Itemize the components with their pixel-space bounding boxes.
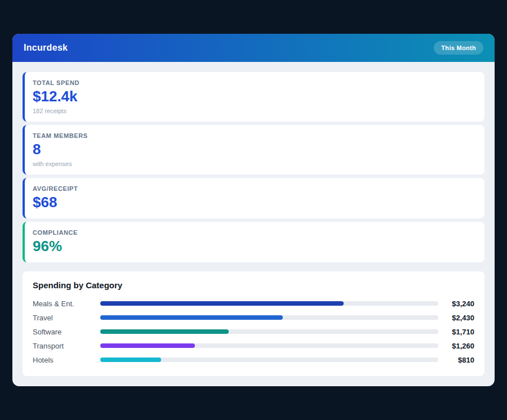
- bar-track: [100, 343, 438, 348]
- app-header: Incurdesk This Month: [12, 34, 495, 62]
- stat-value: 8: [33, 141, 477, 158]
- stat-card-compliance: COMPLIANCE 96%: [23, 222, 484, 262]
- amount-label: $2,430: [438, 314, 474, 322]
- amount-label: $1,260: [438, 342, 474, 350]
- category-label: Software: [33, 328, 100, 336]
- bar-track: [100, 315, 438, 320]
- amount-label: $3,240: [438, 300, 474, 308]
- bar-fill: [100, 358, 161, 362]
- bar-track: [100, 329, 438, 334]
- category-row-software: Software $1,710: [33, 325, 474, 339]
- stat-value: $68: [33, 194, 477, 211]
- bar-fill: [100, 343, 195, 348]
- bar-fill: [100, 329, 229, 334]
- amount-label: $1,710: [438, 328, 474, 336]
- category-row-hotels: Hotels $810: [33, 353, 474, 367]
- stat-value: 96%: [33, 238, 477, 255]
- page-background: { "app": { "title": "Incurdesk", "period…: [0, 0, 507, 420]
- bar-track: [100, 301, 438, 306]
- category-row-travel: Travel $2,430: [33, 311, 474, 325]
- stat-subtext: with expenses: [33, 160, 477, 167]
- app-card: Incurdesk This Month TOTAL SPEND $12.4k …: [12, 34, 495, 386]
- amount-label: $810: [438, 356, 474, 364]
- spending-by-category-card: Spending by Category Meals & Ent. $3,240…: [23, 271, 484, 376]
- stat-label: TOTAL SPEND: [33, 79, 477, 86]
- spending-card-title: Spending by Category: [33, 280, 474, 290]
- stat-label: COMPLIANCE: [33, 229, 477, 236]
- bar-track: [100, 358, 438, 362]
- category-label: Travel: [33, 314, 100, 322]
- category-row-meals: Meals & Ent. $3,240: [33, 297, 474, 311]
- stat-card-avg-receipt: AVG/RECEIPT $68: [23, 178, 484, 218]
- category-label: Transport: [33, 342, 100, 350]
- stat-label: AVG/RECEIPT: [33, 185, 477, 192]
- period-badge[interactable]: This Month: [434, 41, 483, 55]
- category-row-transport: Transport $1,260: [33, 339, 474, 353]
- category-label: Meals & Ent.: [33, 300, 100, 308]
- stat-label: TEAM MEMBERS: [33, 132, 477, 139]
- bar-fill: [100, 315, 283, 320]
- stat-subtext: 182 receipts: [33, 108, 477, 114]
- stat-card-team-members: TEAM MEMBERS 8 with expenses: [23, 125, 484, 175]
- dashboard-content: TOTAL SPEND $12.4k 182 receipts TEAM MEM…: [12, 62, 495, 386]
- stat-value: $12.4k: [33, 88, 477, 105]
- stat-card-total-spend: TOTAL SPEND $12.4k 182 receipts: [23, 72, 484, 122]
- app-title: Incurdesk: [24, 43, 68, 53]
- category-label: Hotels: [33, 356, 100, 364]
- bar-fill: [100, 301, 344, 306]
